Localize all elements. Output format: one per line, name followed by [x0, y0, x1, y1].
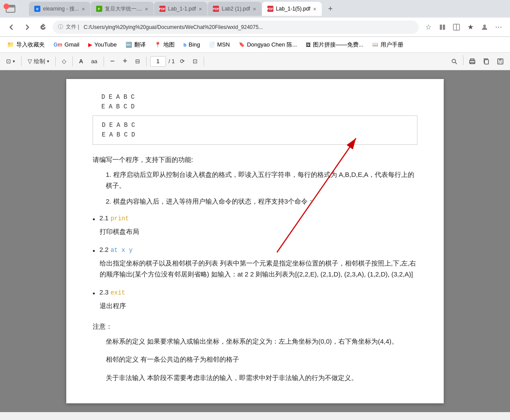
bookmark-bing[interactable]: b Bing	[180, 40, 204, 49]
page-number-input[interactable]	[150, 56, 166, 67]
svg-point-6	[483, 25, 486, 27]
folder-icon: 📁	[7, 41, 14, 48]
pdf-copy-button[interactable]	[480, 55, 492, 68]
tab4-favicon: PDF	[213, 6, 219, 12]
pdf-tool-font[interactable]: A	[76, 55, 86, 68]
toolbar-divider2	[55, 57, 56, 66]
toolbar-divider5	[146, 57, 147, 66]
bullet-22: • 2.2 at x y 给出指定坐标的棋子以及相邻棋子的列表 列表中第一个元素…	[93, 244, 417, 280]
pdf-page: D E A B C E A B C D D E A B C E A B C D …	[66, 79, 444, 403]
tab-elearning[interactable]: e elearning - 搜... ×	[29, 2, 90, 16]
tab-lab2[interactable]: PDF Lab2 (1).pdf ×	[208, 2, 261, 16]
tab5-close[interactable]: ×	[313, 6, 316, 12]
msn-icon: 📄	[209, 42, 215, 47]
pdf-toolbar: ⊡ ▾ ▽ 绘制 ▾ ◇ A аа − + ⊟ /	[0, 53, 510, 70]
tab1-close[interactable]: ×	[82, 6, 85, 12]
tab1-favicon: e	[34, 6, 40, 12]
print-icon	[469, 58, 476, 65]
svg-rect-14	[499, 59, 502, 61]
bullet-21-code: print	[111, 215, 129, 222]
address-field[interactable]: ⓘ 文件 | C:/Users/ying%20ying%20guai/Docum…	[53, 21, 419, 34]
font-icon: A	[79, 58, 83, 65]
item2-text: 棋盘内容输入后，进入等待用户输入命令的状态，程序支持3个命令：	[113, 197, 314, 205]
bookmark-youtube[interactable]: ▶ YouTube	[85, 40, 120, 49]
bullet-23: • 2.3 exit 退出程序	[93, 286, 417, 312]
tab-lab115[interactable]: PDF Lab_1-1(5).pdf ×	[262, 2, 322, 16]
tab-fudan[interactable]: F 复旦大学统一.... ×	[91, 2, 154, 16]
notice-list: 坐标系的定义 如果要求输入或输出坐标，坐标系的定义为：左上角坐标为(0,0)，右…	[106, 336, 417, 384]
bookmark-imgstitch[interactable]: 🖼 图片拼接——免费...	[302, 39, 367, 50]
new-tab-button[interactable]: +	[324, 3, 337, 15]
pdf-search-button[interactable]	[448, 55, 460, 68]
intro-text: 请编写一个程序，支持下面的功能:	[93, 154, 417, 165]
bullet-22-number: 2.2	[100, 246, 111, 253]
pdf-page-copy[interactable]: ⊡	[190, 55, 200, 68]
pdf-fit[interactable]: ⊟	[133, 55, 143, 68]
pdf-zoom-out[interactable]: −	[108, 55, 118, 68]
bookmark-gmail[interactable]: Gm Gmail	[50, 40, 83, 49]
bookmark-star-button[interactable]: ☆	[422, 21, 435, 33]
bookmark-import[interactable]: 📁 导入收藏夹	[4, 39, 48, 50]
bookmark-msn[interactable]: 📄 MSN	[205, 40, 233, 49]
tab5-label: Lab_1-1(5).pdf	[276, 6, 311, 12]
tab2-close[interactable]: ×	[145, 6, 148, 12]
bookmark-translate[interactable]: 🔤 翻译	[122, 39, 149, 50]
copy-icon	[483, 58, 490, 65]
address-right-icons: ☆ ★ ⋯	[422, 21, 505, 33]
zoom-out-icon: −	[110, 57, 115, 66]
pdf-save-button[interactable]	[494, 55, 506, 68]
pdf-tool-select[interactable]: ⊡ ▾	[4, 55, 18, 68]
draw-icon: ▽	[28, 58, 32, 65]
favorites-button[interactable]: ★	[464, 21, 477, 33]
back-button[interactable]	[5, 21, 18, 33]
bullet-23-number: 2.3	[100, 288, 111, 296]
bullet-21-content: 2.1 print 打印棋盘布局	[100, 212, 417, 237]
pdf-tool-draw[interactable]: ▽ 绘制 ▾	[25, 55, 52, 68]
item1-text: 程序启动后立即从控制台读入棋盘的格式，即读入五行字符串，每行的格式为 A,B,D…	[106, 171, 414, 190]
profile-button[interactable]	[478, 21, 491, 33]
pdf-print-button[interactable]	[466, 55, 478, 68]
forward-button[interactable]	[21, 21, 33, 33]
pdf-area: D E A B C E A B C D D E A B C E A B C D …	[0, 70, 510, 412]
pdf-zoom-in[interactable]: +	[120, 55, 130, 68]
numbered-list: 1. 程序启动后立即从控制台读入棋盘的格式，即读入五行字符串，每行的格式为 A,…	[106, 169, 417, 207]
svg-rect-3	[443, 25, 445, 30]
address-protocol: 文件 |	[66, 23, 79, 31]
pdf-page-nav[interactable]: ⟳	[177, 55, 187, 68]
reload-button[interactable]	[37, 21, 49, 33]
bookmark-maps[interactable]: 📍 地图	[151, 39, 178, 50]
close-btn[interactable]	[4, 4, 9, 9]
bookmark-dongyao-label: Dongyao Chen 陈...	[247, 41, 297, 49]
pdf-tool-aa[interactable]: аа	[88, 55, 100, 68]
numbered-item-1: 1. 程序启动后立即从控制台读入棋盘的格式，即读入五行字符串，每行的格式为 A,…	[106, 169, 417, 191]
bookmark-gmail-label: Gmail	[65, 41, 79, 48]
tab-lab11[interactable]: PDF Lab_1-1.pdf ×	[154, 2, 208, 16]
split-view-button[interactable]	[450, 21, 463, 33]
toolbar-divider6	[204, 57, 204, 66]
pdf-tool-eraser[interactable]: ◇	[59, 55, 69, 68]
window-controls[interactable]	[4, 4, 9, 9]
notice1-text: 坐标系的定义 如果要求输入或输出坐标，坐标系的定义为：左上角坐标为(0,0)，右…	[106, 337, 398, 345]
bullet-23-header: 2.3 exit	[100, 286, 417, 298]
bookmark-manual[interactable]: 📖 用户手册	[369, 39, 407, 50]
bullet-23-content: 2.3 exit 退出程序	[100, 286, 417, 312]
bookmark-dongyao[interactable]: 🔖 Dongyao Chen 陈...	[235, 39, 301, 50]
fit-icon: ⊟	[135, 58, 140, 65]
bullet-dot-3: •	[93, 287, 95, 300]
bullet-22-code: at x y	[111, 247, 133, 254]
tab3-close[interactable]: ×	[199, 6, 202, 12]
zoom-in-icon: +	[122, 57, 127, 66]
reading-mode-button[interactable]	[436, 21, 449, 33]
svg-rect-12	[485, 60, 488, 64]
draw-arrow: ▾	[47, 59, 49, 64]
settings-button[interactable]: ⋯	[492, 21, 505, 33]
tabs-container: e elearning - 搜... × F 复旦大学统一.... × PDF …	[29, 2, 322, 16]
bookmark-translate-label: 翻译	[134, 41, 146, 49]
numbered-item-2: 2. 棋盘内容输入后，进入等待用户输入命令的状态，程序支持3个命令：	[106, 196, 417, 207]
tab4-close[interactable]: ×	[253, 6, 256, 12]
notice3-text: 关于非法输入 本阶段不需要考虑非法的输入，即需求中对于非法输入的行为不做定义。	[106, 374, 358, 381]
bullet-22-header: 2.2 at x y	[100, 244, 417, 256]
bullet-21-desc: 打印棋盘布局	[100, 226, 417, 237]
toolbar-divider7	[463, 55, 463, 65]
svg-rect-10	[470, 59, 474, 61]
